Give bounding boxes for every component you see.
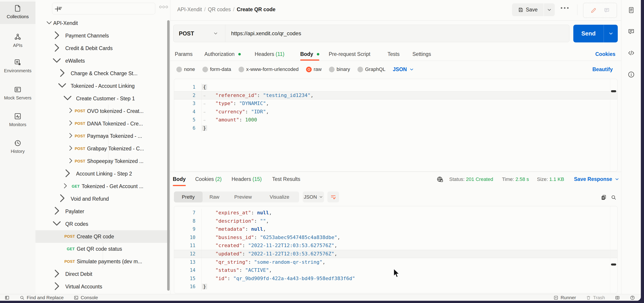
save-button[interactable]: Save — [512, 3, 544, 16]
tree-folder-ewallets[interactable]: eWallets — [36, 55, 182, 67]
tree-folder-payment-channels[interactable]: Payment Channels — [36, 30, 182, 42]
body-mode-raw[interactable]: raw — [306, 66, 322, 72]
code-line[interactable]: 13"qr_string": "some-random-qr-string", — [174, 258, 617, 266]
response-view-pretty[interactable]: Pretty — [174, 192, 202, 202]
comment-icon[interactable] — [604, 7, 610, 14]
save-options-chevron-button[interactable] — [544, 3, 555, 16]
network-globe-lock-icon[interactable] — [436, 176, 444, 183]
response-body-editor[interactable]: 7"expires_at": null,8"description": "",9… — [174, 206, 618, 293]
body-mode-binary[interactable]: binary — [329, 66, 350, 72]
code-line[interactable]: 2→"reference_id": "testing_id1234", — [174, 91, 617, 100]
caret-right-icon[interactable] — [50, 204, 63, 218]
tree-folder-api-xendit[interactable]: API-Xendit — [36, 17, 177, 30]
beautify-link[interactable]: Beautify — [592, 63, 613, 76]
two-pane-layout-button[interactable] — [615, 295, 620, 300]
code-line[interactable]: 16} — [174, 282, 617, 291]
runner-button[interactable]: Runner — [553, 295, 576, 300]
code-line[interactable]: 3→"type": "DYNAMIC", — [174, 100, 617, 108]
response-tab-body[interactable]: Body — [173, 172, 186, 186]
caret-down-icon[interactable] — [50, 54, 63, 68]
rail-item-apis[interactable]: APIs — [0, 30, 36, 53]
caret-right-icon[interactable] — [67, 144, 75, 154]
code-line[interactable]: 8"description": "", — [174, 217, 617, 225]
editor-scroll-thumb[interactable] — [611, 90, 616, 92]
request-body-editor[interactable]: 1{2→"reference_id": "testing_id1234",3→"… — [174, 79, 618, 172]
tree-folder-credit-debit-cards[interactable]: Credit & Debit Cards — [36, 42, 182, 55]
request-tab-body[interactable]: Body — [300, 48, 319, 60]
body-mode-form-data[interactable]: form-data — [202, 66, 231, 72]
toggle-sidebar-button[interactable] — [4, 295, 10, 300]
caret-down-icon[interactable] — [50, 217, 63, 231]
cookies-link[interactable]: Cookies — [595, 48, 615, 60]
wrap-lines-button[interactable] — [328, 192, 339, 202]
method-selector[interactable]: POST — [174, 25, 225, 42]
caret-down-icon[interactable] — [45, 19, 53, 28]
response-language-select[interactable]: JSON — [303, 192, 324, 202]
caret-right-icon[interactable] — [50, 280, 63, 294]
trash-button[interactable]: Trash — [586, 295, 605, 300]
rail-item-history[interactable]: History — [0, 136, 36, 159]
code-line[interactable]: 10"business_id": "6253abec9547485c4a838d… — [174, 234, 617, 242]
search-response-icon[interactable] — [610, 194, 616, 200]
tree-folder-charge-check-charge-st[interactable]: Charge & Check Charge St... — [36, 67, 188, 80]
caret-right-icon[interactable] — [67, 132, 75, 141]
code-line[interactable]: 7"expires_at": null, — [174, 209, 617, 217]
body-mode-graphql[interactable]: GraphQL — [358, 66, 386, 72]
documentation-icon[interactable] — [628, 6, 635, 14]
body-language-select[interactable]: JSON — [393, 66, 414, 72]
body-mode-x-www-form-urlencoded[interactable]: x-www-form-urlencoded — [238, 66, 299, 72]
rail-item-collections[interactable]: Collections — [0, 2, 36, 24]
response-tab-cookies[interactable]: Cookies (2) — [195, 172, 222, 186]
sidebar-more-options-button[interactable] — [159, 6, 168, 8]
caret-right-icon[interactable] — [56, 192, 68, 206]
code-line[interactable]: 12"updated": "2022-11-22T12:03:53.627576… — [174, 250, 617, 258]
save-response-button[interactable]: Save Response — [574, 172, 619, 186]
find-and-replace-button[interactable]: Find and Replace — [20, 295, 64, 300]
code-line[interactable]: 6} — [174, 124, 617, 132]
tree-folder-direct-debit[interactable]: Direct Debit — [36, 268, 182, 280]
caret-right-icon[interactable] — [61, 182, 69, 191]
response-view-visualize[interactable]: Visualize — [260, 192, 299, 202]
help-button[interactable] — [630, 295, 635, 300]
response-view-raw[interactable]: Raw — [202, 192, 226, 202]
caret-down-icon[interactable] — [56, 79, 68, 93]
breadcrumb-segment[interactable]: API-Xendit — [177, 6, 202, 12]
info-icon[interactable] — [628, 71, 635, 78]
comments-icon[interactable] — [628, 28, 635, 36]
caret-right-icon[interactable] — [61, 167, 74, 181]
request-tab-settings[interactable]: Settings — [412, 48, 431, 60]
response-tab-headers[interactable]: Headers (15) — [232, 172, 262, 186]
tree-folder-tokenized-account-linking[interactable]: Tokenized - Account Linking — [36, 80, 188, 92]
request-tab-tests[interactable]: Tests — [388, 48, 400, 60]
editor-scroll-thumb[interactable] — [611, 264, 616, 266]
code-line[interactable]: 1{ — [174, 83, 617, 91]
breadcrumb-segment[interactable]: QR codes — [208, 6, 231, 12]
send-options-chevron[interactable] — [604, 25, 618, 42]
send-button[interactable]: Send — [573, 25, 618, 42]
caret-right-icon[interactable] — [50, 267, 63, 281]
edit-pencil-icon[interactable] — [590, 7, 597, 14]
tree-folder-qr-codes[interactable]: QR codes — [36, 218, 182, 230]
code-line[interactable]: 4→"currency": "IDR", — [174, 108, 617, 116]
tree-folder-virtual-accounts[interactable]: Virtual Accounts — [36, 280, 182, 293]
sidebar-scrollbar[interactable] — [167, 20, 170, 291]
caret-right-icon[interactable] — [67, 106, 75, 116]
code-snippet-icon[interactable] — [628, 50, 635, 57]
request-tab-headers[interactable]: Headers (11) — [255, 48, 284, 60]
request-url-input[interactable]: https://api.xendit.co/qr_codes — [231, 30, 301, 36]
response-view-preview[interactable]: Preview — [226, 192, 260, 202]
caret-right-icon[interactable] — [67, 119, 75, 128]
body-mode-none[interactable]: none — [176, 66, 195, 72]
code-line[interactable]: 5→"amount": 1000 — [174, 116, 617, 124]
response-tab-test-results[interactable]: Test Results — [272, 172, 300, 186]
console-button[interactable]: Console — [74, 295, 98, 300]
rail-item-monitors[interactable]: Monitors — [0, 110, 36, 132]
caret-right-icon[interactable] — [67, 157, 75, 166]
request-tab-pre-request-script[interactable]: Pre-request Script — [329, 48, 370, 60]
tree-folder-void-and-refund[interactable]: Void and Refund — [36, 192, 188, 205]
caret-right-icon[interactable] — [50, 42, 63, 56]
tree-folder-paylater[interactable]: Paylater — [36, 205, 182, 218]
code-line[interactable]: 9"metadata": null, — [174, 225, 617, 234]
caret-down-icon[interactable] — [61, 92, 74, 106]
rail-item-environments[interactable]: Environments — [0, 56, 36, 78]
